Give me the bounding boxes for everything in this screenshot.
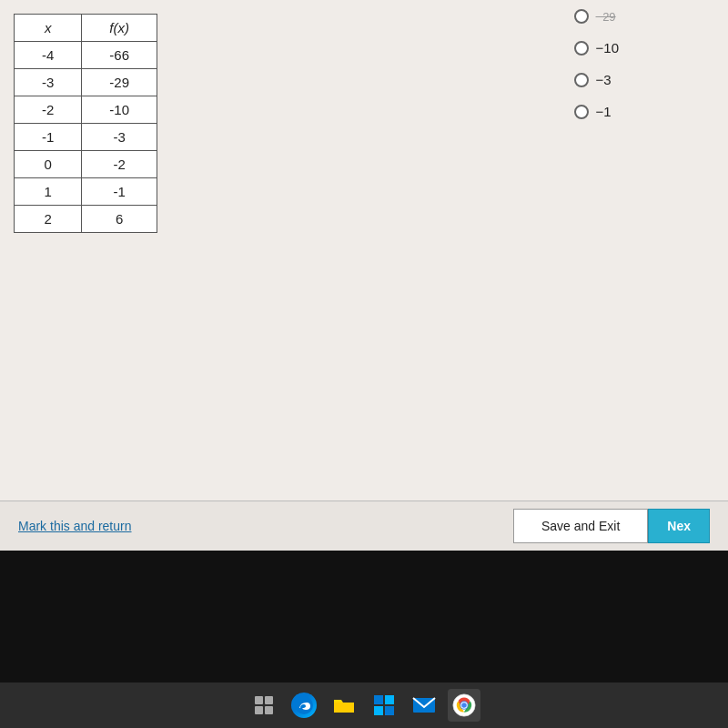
- taskbar-inner: [0, 682, 728, 728]
- mark-return-link[interactable]: Mark this and return: [18, 519, 132, 533]
- radio-label-1: −29: [596, 10, 616, 24]
- radio-circle-1[interactable]: [574, 9, 589, 24]
- radio-option-4[interactable]: −1: [574, 104, 619, 119]
- radio-option-3[interactable]: −3: [574, 72, 619, 87]
- table-cell-fx: -66: [82, 42, 157, 69]
- table-cell-x: 2: [15, 206, 82, 233]
- table-cell-fx: 6: [82, 206, 157, 233]
- radio-circle-3[interactable]: [574, 73, 589, 87]
- table-cell-fx: -1: [82, 178, 157, 206]
- table-cell-x: -3: [15, 69, 82, 96]
- bottom-bar: Mark this and return Save and Exit Nex: [0, 500, 728, 551]
- table-row: 0-2: [15, 151, 157, 178]
- table-row: -4-66: [15, 42, 157, 69]
- table-cell-fx: -2: [82, 151, 157, 178]
- table-row: -2-10: [15, 96, 157, 124]
- svg-rect-5: [374, 695, 383, 704]
- col-header-fx: f(x): [82, 15, 157, 42]
- table-row: 26: [15, 206, 157, 233]
- data-table: x f(x) -4-66-3-29-2-10-1-30-21-126: [14, 14, 157, 233]
- col-header-x: x: [15, 15, 82, 42]
- taskbar-search-icon[interactable]: [248, 689, 280, 722]
- taskbar: [0, 551, 728, 728]
- content-area: x f(x) -4-66-3-29-2-10-1-30-21-126 −29 −…: [0, 0, 728, 551]
- taskbar-mail-icon[interactable]: [408, 689, 440, 722]
- taskbar-edge-icon[interactable]: [288, 689, 320, 722]
- table-cell-fx: -10: [82, 96, 157, 124]
- svg-rect-1: [265, 696, 273, 704]
- radio-label-2: −10: [596, 40, 619, 56]
- taskbar-chrome-icon[interactable]: [448, 689, 480, 722]
- taskbar-folder-icon[interactable]: [328, 689, 360, 722]
- screen: x f(x) -4-66-3-29-2-10-1-30-21-126 −29 −…: [0, 0, 728, 728]
- radio-circle-2[interactable]: [574, 41, 589, 56]
- action-buttons: Save and Exit Nex: [513, 509, 710, 543]
- table-cell-x: 0: [15, 151, 82, 178]
- table-cell-fx: -3: [82, 124, 157, 151]
- svg-rect-0: [255, 696, 263, 704]
- svg-point-4: [295, 696, 313, 714]
- svg-rect-6: [385, 695, 394, 704]
- svg-rect-7: [374, 706, 383, 715]
- table-row: -3-29: [15, 69, 157, 96]
- radio-options: −29 −10 −3 −1: [574, 9, 619, 136]
- edge-browser-icon: [291, 693, 317, 718]
- table-row: -1-3: [15, 124, 157, 151]
- table-cell-x: -1: [15, 124, 82, 151]
- table-cell-x: 1: [15, 178, 82, 206]
- svg-rect-2: [255, 706, 263, 714]
- radio-label-4: −1: [596, 104, 612, 119]
- taskbar-store-icon[interactable]: [368, 689, 400, 722]
- svg-point-14: [461, 703, 467, 708]
- table-container: x f(x) -4-66-3-29-2-10-1-30-21-126: [14, 14, 157, 233]
- radio-option-2[interactable]: −10: [574, 40, 619, 56]
- table-cell-x: -4: [15, 42, 82, 69]
- table-row: 1-1: [15, 178, 157, 206]
- radio-circle-4[interactable]: [574, 105, 589, 119]
- save-exit-button[interactable]: Save and Exit: [513, 509, 648, 543]
- radio-label-3: −3: [596, 72, 612, 87]
- next-button[interactable]: Nex: [648, 509, 710, 543]
- table-cell-fx: -29: [82, 69, 157, 96]
- svg-rect-8: [385, 706, 394, 715]
- svg-rect-3: [265, 706, 273, 714]
- table-cell-x: -2: [15, 96, 82, 124]
- radio-option-1[interactable]: −29: [574, 9, 619, 24]
